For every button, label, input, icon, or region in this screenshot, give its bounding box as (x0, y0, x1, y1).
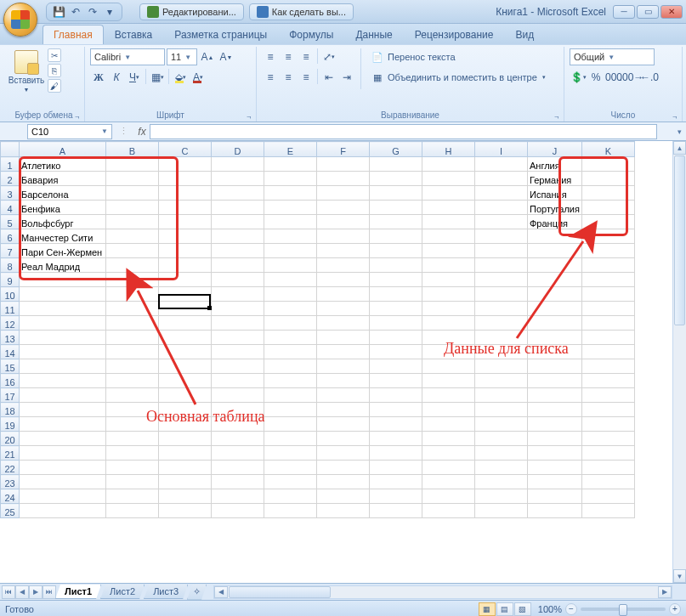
worksheet-grid[interactable]: ABCDEFGHIJK1АтлетикоАнглия2БаварияГерман… (0, 141, 635, 518)
cell-F25[interactable] (317, 504, 370, 518)
cell-A20[interactable] (20, 432, 106, 446)
cell-E9[interactable] (264, 273, 317, 287)
cell-F18[interactable] (317, 403, 370, 417)
cell-J9[interactable] (528, 273, 582, 287)
cell-H9[interactable] (422, 273, 475, 287)
cell-H21[interactable] (422, 446, 475, 461)
cell-G14[interactable] (370, 345, 422, 359)
cell-I3[interactable] (475, 186, 528, 201)
cell-I24[interactable] (475, 489, 528, 504)
cell-J6[interactable] (528, 229, 582, 244)
cell-E13[interactable] (264, 331, 317, 345)
border-button[interactable]: ▦▾ (149, 69, 166, 86)
cell-G2[interactable] (370, 172, 422, 186)
tab-insert[interactable]: Вставка (104, 25, 164, 44)
cell-F21[interactable] (317, 446, 370, 461)
save-icon[interactable]: 💾 (52, 5, 65, 19)
cell-A5[interactable]: Вольфсбург (20, 215, 106, 229)
row-header-4[interactable]: 4 (1, 201, 20, 215)
cell-D3[interactable] (212, 186, 264, 201)
row-header-1[interactable]: 1 (1, 157, 20, 172)
cell-G8[interactable] (370, 258, 422, 273)
office-button[interactable] (3, 3, 37, 37)
zoom-in-button[interactable]: + (669, 603, 681, 615)
row-header-15[interactable]: 15 (1, 359, 20, 374)
tab-formulas[interactable]: Формулы (278, 25, 344, 44)
format-painter-icon[interactable]: 🖌 (48, 79, 61, 93)
cell-B6[interactable] (106, 229, 159, 244)
cell-B9[interactable] (106, 273, 159, 287)
cell-K13[interactable] (581, 331, 634, 345)
cell-E17[interactable] (264, 388, 317, 403)
cell-B4[interactable] (106, 201, 159, 215)
taskbar-tab-1[interactable]: Редактировани... (139, 3, 244, 20)
cell-C7[interactable] (159, 244, 212, 258)
font-name-combo[interactable]: Calibri▼ (90, 48, 165, 65)
align-middle-icon[interactable]: ≡ (280, 48, 297, 65)
cell-F6[interactable] (317, 229, 370, 244)
cell-B21[interactable] (106, 446, 159, 461)
increase-decimal-icon[interactable]: .00→ (623, 69, 640, 86)
cell-E11[interactable] (264, 302, 317, 316)
row-header-25[interactable]: 25 (1, 504, 20, 518)
cell-G3[interactable] (370, 186, 422, 201)
cell-B23[interactable] (106, 475, 159, 489)
cell-E20[interactable] (264, 432, 317, 446)
cell-D18[interactable] (212, 403, 264, 417)
cell-C5[interactable] (159, 215, 212, 229)
cell-C11[interactable] (159, 302, 212, 316)
cell-A18[interactable] (20, 403, 106, 417)
scroll-thumb[interactable] (674, 155, 685, 325)
cell-I18[interactable] (475, 403, 528, 417)
cell-B14[interactable] (106, 345, 159, 359)
cell-B3[interactable] (106, 186, 159, 201)
cell-J11[interactable] (528, 302, 582, 316)
cell-B5[interactable] (106, 215, 159, 229)
cell-E24[interactable] (264, 489, 317, 504)
cell-J14[interactable] (528, 345, 582, 359)
cell-G15[interactable] (370, 359, 422, 374)
merge-center-button[interactable]: ▦Объединить и поместить в центре▾ (366, 69, 550, 86)
cell-K17[interactable] (581, 388, 634, 403)
cell-H23[interactable] (422, 475, 475, 489)
cell-J18[interactable] (528, 403, 582, 417)
cell-C10[interactable] (159, 287, 212, 302)
cell-J24[interactable] (528, 489, 582, 504)
sheet-nav-prev-icon[interactable]: ◀ (15, 585, 29, 599)
view-page-break-icon[interactable]: ▧ (514, 602, 531, 616)
row-header-5[interactable]: 5 (1, 215, 20, 229)
cell-I1[interactable] (475, 157, 528, 172)
row-header-13[interactable]: 13 (1, 331, 20, 345)
sheet-nav-first-icon[interactable]: ⏮ (2, 585, 15, 599)
cell-H25[interactable] (422, 504, 475, 518)
cell-I22[interactable] (475, 461, 528, 475)
row-header-11[interactable]: 11 (1, 302, 20, 316)
cell-C22[interactable] (159, 461, 212, 475)
cell-H15[interactable] (422, 359, 475, 374)
cell-H16[interactable] (422, 374, 475, 388)
cell-C25[interactable] (159, 504, 212, 518)
scroll-down-icon[interactable]: ▼ (673, 569, 686, 583)
sheet-nav-next-icon[interactable]: ▶ (29, 585, 43, 599)
taskbar-tab-2[interactable]: Как сделать вы... (249, 3, 354, 20)
horizontal-scrollbar[interactable]: ◀ ▶ (213, 585, 672, 599)
cell-E4[interactable] (264, 201, 317, 215)
cell-K11[interactable] (581, 302, 634, 316)
cell-D19[interactable] (212, 417, 264, 432)
align-bottom-icon[interactable]: ≡ (298, 48, 315, 65)
row-header-22[interactable]: 22 (1, 461, 20, 475)
cell-H14[interactable] (422, 345, 475, 359)
cell-H20[interactable] (422, 432, 475, 446)
new-sheet-button[interactable]: ✧ (187, 585, 207, 600)
cell-A8[interactable]: Реал Мадрид (20, 258, 106, 273)
cell-A7[interactable]: Пари Сен-Жермен (20, 244, 106, 258)
cell-G18[interactable] (370, 403, 422, 417)
increase-indent-icon[interactable]: ⇥ (338, 69, 355, 86)
cell-I17[interactable] (475, 388, 528, 403)
cell-H19[interactable] (422, 417, 475, 432)
cell-E16[interactable] (264, 374, 317, 388)
cell-D11[interactable] (212, 302, 264, 316)
grow-font-icon[interactable]: A▲ (199, 48, 216, 65)
cell-F9[interactable] (317, 273, 370, 287)
cell-B16[interactable] (106, 374, 159, 388)
